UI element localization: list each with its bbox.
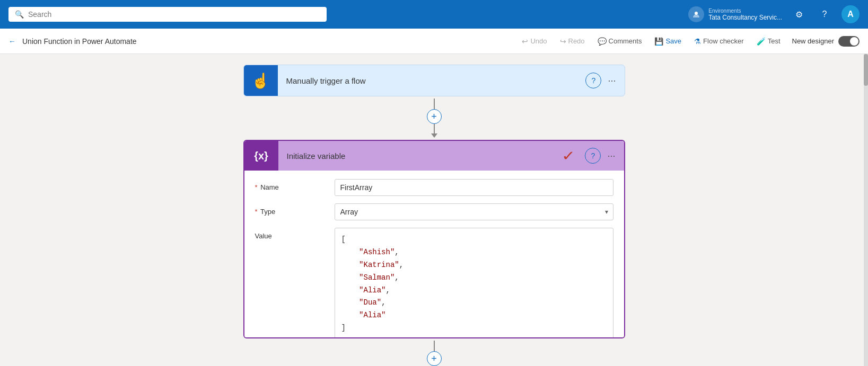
flow-canvas: ☝ Manually trigger a flow ? ··· + {x} In… xyxy=(0,54,868,366)
new-designer-toggle-row: New designer xyxy=(792,36,860,47)
toolbar-actions: ↩ Undo ↪ Redo 💬 Comments 💾 Save ⚗ Flow c… xyxy=(516,34,860,49)
trigger-card[interactable]: ☝ Manually trigger a flow ? ··· xyxy=(243,65,625,96)
trigger-more-button[interactable]: ··· xyxy=(606,73,618,88)
bottom-connector-line xyxy=(434,341,435,351)
connector-line-bottom xyxy=(434,124,435,135)
value-line-5: "Alia", xyxy=(341,284,607,297)
type-label: * Type xyxy=(255,203,335,216)
undo-button[interactable]: ↩ Undo xyxy=(516,34,552,49)
value-line-1: [ xyxy=(341,234,607,246)
search-box[interactable]: 🔍 xyxy=(8,7,327,22)
trigger-hand-icon: ☝ xyxy=(251,72,270,90)
redo-icon: ↪ xyxy=(560,37,566,46)
top-right-actions: Environments Tata Consultancy Servic... … xyxy=(688,5,860,23)
new-designer-toggle[interactable] xyxy=(838,36,860,47)
test-button[interactable]: 🧪 Test xyxy=(751,34,786,49)
back-arrow-icon: ← xyxy=(8,37,16,46)
comments-button[interactable]: 💬 Comments xyxy=(592,34,647,49)
name-label: * Name xyxy=(255,179,335,191)
add-step-button-1[interactable]: + xyxy=(427,109,442,124)
flow-title: Union Function in Power Automate xyxy=(20,37,516,46)
environment-icon xyxy=(688,6,704,22)
settings-button[interactable]: ⚙ xyxy=(791,6,808,23)
variable-card-actions: ? ··· xyxy=(578,148,624,164)
connector-1: + xyxy=(427,99,442,138)
name-input[interactable] xyxy=(335,179,613,196)
back-button[interactable]: ← xyxy=(8,35,20,48)
value-line-7: "Alia" xyxy=(341,309,607,322)
variable-icon: {x} xyxy=(254,150,268,162)
value-line-2: "Ashish", xyxy=(341,246,607,259)
environment-text: Environments Tata Consultancy Servic... xyxy=(708,8,782,21)
trigger-icon-box: ☝ xyxy=(244,65,278,96)
value-label: Value xyxy=(255,228,335,240)
search-input[interactable] xyxy=(28,10,320,19)
value-row: Value [ "Ashish", "Katrina", "Salman", "… xyxy=(255,228,613,338)
scrollbar[interactable] xyxy=(864,54,868,366)
variable-card-title: Initialize variable xyxy=(278,151,563,160)
save-icon: 💾 xyxy=(654,37,663,46)
type-row: * Type Array Boolean Float Integer Objec… xyxy=(255,203,613,220)
user-avatar[interactable]: A xyxy=(841,5,860,23)
connector-arrow xyxy=(431,133,437,138)
variable-icon-box: {x} xyxy=(244,141,278,171)
variable-card: {x} Initialize variable ✓ ? ··· * Name xyxy=(243,140,625,338)
variable-card-body: * Name * Type Array Boolean Float Intege… xyxy=(244,171,624,338)
help-button[interactable]: ? xyxy=(816,6,833,23)
flow-checker-icon: ⚗ xyxy=(694,37,701,46)
search-icon: 🔍 xyxy=(15,10,24,19)
sub-toolbar: ← Union Function in Power Automate ↩ Und… xyxy=(0,29,868,54)
value-content[interactable]: [ "Ashish", "Katrina", "Salman", "Alia",… xyxy=(335,228,613,338)
test-icon: 🧪 xyxy=(757,37,766,46)
trigger-label: Manually trigger a flow xyxy=(278,76,580,85)
comments-icon: 💬 xyxy=(598,37,607,46)
redo-button[interactable]: ↪ Redo xyxy=(555,34,590,49)
trigger-card-actions: ? ··· xyxy=(579,73,624,88)
variable-more-button[interactable]: ··· xyxy=(605,148,617,164)
variable-help-button[interactable]: ? xyxy=(585,148,601,164)
flow-checker-button[interactable]: ⚗ Flow checker xyxy=(689,34,749,49)
value-line-8: ] xyxy=(341,322,607,335)
name-row: * Name xyxy=(255,179,613,196)
top-bar: 🔍 Environments Tata Consultancy Servic..… xyxy=(0,0,868,29)
flow-container: ☝ Manually trigger a flow ? ··· + {x} In… xyxy=(243,65,625,366)
variable-card-header: {x} Initialize variable ✓ ? ··· xyxy=(244,141,624,171)
type-select-wrapper: Array Boolean Float Integer Object Strin… xyxy=(335,203,613,220)
type-select[interactable]: Array Boolean Float Integer Object Strin… xyxy=(335,203,613,220)
environment-info: Environments Tata Consultancy Servic... xyxy=(688,6,782,22)
checkmark-annotation: ✓ xyxy=(562,148,575,164)
value-line-4: "Salman", xyxy=(341,272,607,284)
connector-line-top xyxy=(434,99,435,109)
value-line-6: "Dua", xyxy=(341,297,607,309)
undo-icon: ↩ xyxy=(522,37,528,46)
bottom-connector: + xyxy=(427,341,442,366)
save-button[interactable]: 💾 Save xyxy=(649,34,687,49)
add-step-button-2[interactable]: + xyxy=(427,351,442,366)
trigger-help-button[interactable]: ? xyxy=(585,73,601,88)
scrollbar-thumb[interactable] xyxy=(864,54,868,86)
value-line-3: "Katrina", xyxy=(341,259,607,272)
